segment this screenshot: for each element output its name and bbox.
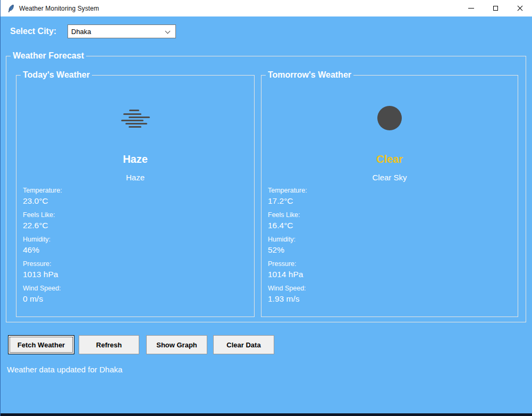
titlebar[interactable]: Weather Monitoring System <box>1 0 532 16</box>
detail-value: 1013 hPa <box>23 270 140 279</box>
today-details: Temperature: 23.0°C Feels Like: 22.6°C H… <box>23 187 140 309</box>
detail-label: Pressure: <box>268 260 385 268</box>
status-message: Weather data updated for Dhaka <box>7 365 122 374</box>
detail-value: 46% <box>23 245 140 255</box>
detail-value: 23.0°C <box>23 196 140 206</box>
detail-label: Feels Like: <box>268 211 385 219</box>
tomorrow-weather-panel: Tomorrow's Weather Clear Clear Sky Tempe… <box>261 75 518 317</box>
detail-label: Temperature: <box>23 187 140 194</box>
tomorrow-weather-title: Tomorrow's Weather <box>266 69 353 80</box>
maximize-icon <box>493 6 498 11</box>
window-bottom-edge <box>1 413 532 416</box>
city-combobox-value: Dhaka <box>71 28 91 36</box>
haze-icon <box>120 107 151 130</box>
close-button[interactable] <box>508 0 532 16</box>
window-title: Weather Monitoring System <box>19 5 99 12</box>
detail-label: Wind Speed: <box>23 285 140 292</box>
maximize-button[interactable] <box>483 0 508 16</box>
detail-label: Feels Like: <box>23 211 140 219</box>
detail-value: 52% <box>268 245 385 255</box>
app-feather-icon <box>6 4 15 13</box>
detail-label: Humidity: <box>268 236 385 243</box>
detail-value: 1.93 m/s <box>268 294 385 304</box>
window-controls <box>459 0 532 16</box>
today-weather-title: Today's Weather <box>21 69 92 80</box>
app-window: Weather Monitoring System Select City: D… <box>0 0 532 416</box>
minimize-button[interactable] <box>459 0 483 16</box>
detail-value: 16.4°C <box>268 221 385 230</box>
weather-forecast-title: Weather Forecast <box>11 50 86 61</box>
select-city-label: Select City: <box>10 27 56 36</box>
detail-label: Pressure: <box>23 260 140 268</box>
tomorrow-condition: Clear <box>261 153 518 165</box>
city-combobox[interactable]: Dhaka <box>67 24 176 38</box>
chevron-down-icon <box>165 29 171 34</box>
refresh-button[interactable]: Refresh <box>79 335 139 354</box>
weather-forecast-frame: Weather Forecast Today's Weather Haze Ha… <box>6 56 526 322</box>
tomorrow-details: Temperature: 17.2°C Feels Like: 16.4°C H… <box>268 187 385 309</box>
clear-sun-icon <box>377 106 402 130</box>
today-weather-panel: Today's Weather Haze Haze Temperature: 2… <box>16 75 255 317</box>
detail-label: Temperature: <box>268 187 385 194</box>
detail-value: 0 m/s <box>23 294 140 304</box>
minimize-icon <box>468 8 474 9</box>
detail-label: Wind Speed: <box>268 285 385 292</box>
detail-value: 22.6°C <box>23 221 140 230</box>
tomorrow-condition-description: Clear Sky <box>261 173 518 182</box>
today-condition: Haze <box>16 153 254 165</box>
clear-data-button[interactable]: Clear Data <box>213 335 274 354</box>
today-condition-description: Haze <box>16 173 254 182</box>
fetch-weather-button[interactable]: Fetch Weather <box>8 335 74 354</box>
close-icon <box>517 5 523 11</box>
detail-value: 17.2°C <box>268 196 385 206</box>
detail-label: Humidity: <box>23 236 140 243</box>
show-graph-button[interactable]: Show Graph <box>146 335 207 354</box>
detail-value: 1014 hPa <box>268 270 385 279</box>
